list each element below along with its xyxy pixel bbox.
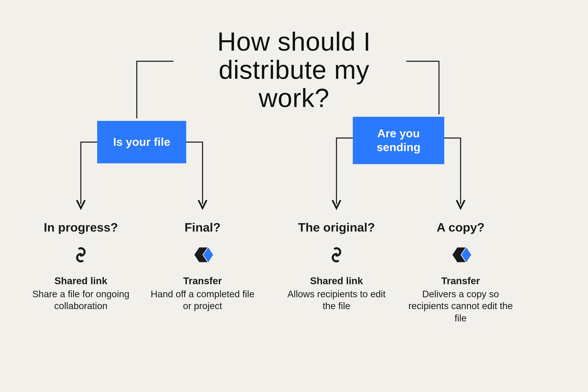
option-question: A copy? bbox=[408, 220, 514, 234]
branch-box-sending-what: Are you sending bbox=[353, 117, 444, 164]
branch-box-file-status: Is your file bbox=[97, 121, 186, 163]
option-question: The original? bbox=[284, 220, 390, 234]
option-question: In progress? bbox=[28, 220, 134, 234]
transfer-icon bbox=[150, 243, 256, 266]
option-result-desc: Delivers a copy so recipients cannot edi… bbox=[408, 288, 514, 324]
link-icon bbox=[284, 243, 390, 266]
option-question: Final? bbox=[150, 220, 256, 234]
option-result-desc: Hand off a completed file or project bbox=[150, 288, 256, 312]
option-result-desc: Allows recipients to edit the file bbox=[284, 288, 390, 312]
option-final: Final? Transfer Hand off a completed fil… bbox=[150, 220, 256, 312]
option-result-name: Transfer bbox=[150, 275, 256, 287]
diagram-title: How should I distribute my work? bbox=[0, 28, 588, 112]
option-result-desc: Share a file for ongoing collaboration bbox=[28, 288, 134, 312]
option-copy: A copy? Transfer Delivers a copy so reci… bbox=[408, 220, 514, 324]
option-result-name: Shared link bbox=[284, 275, 390, 287]
option-result-name: Transfer bbox=[408, 275, 514, 287]
transfer-icon bbox=[408, 243, 514, 266]
option-in-progress: In progress? Shared link Share a file fo… bbox=[28, 220, 134, 312]
link-icon bbox=[28, 243, 134, 266]
option-result-name: Shared link bbox=[28, 275, 134, 287]
option-original: The original? Shared link Allows recipie… bbox=[284, 220, 390, 312]
